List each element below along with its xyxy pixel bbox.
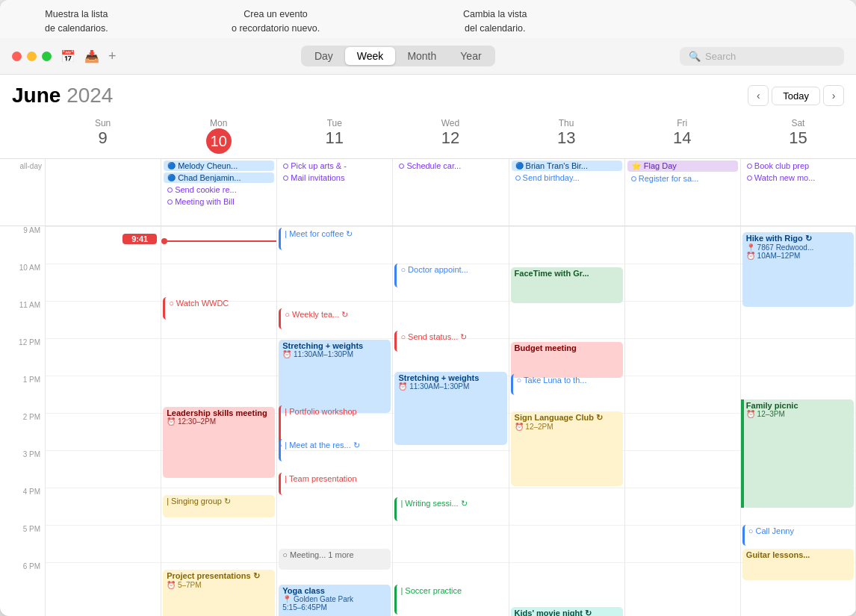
minimize-button[interactable] xyxy=(27,52,37,61)
event-signlang[interactable]: Sign Language Club ↻ ⏰ 12–2PM xyxy=(511,411,623,486)
day-header-fri: Fri14 xyxy=(624,113,740,158)
event-leadership[interactable]: Leadership skills meeting ⏰ 12:30–2PM xyxy=(163,407,275,478)
allday-fri: ⭐ Flag Day Register for sa... xyxy=(624,159,740,225)
nav-arrows: ‹ Today › xyxy=(748,85,844,106)
event-doctor[interactable]: ○ Doctor appoint... xyxy=(394,264,506,287)
allday-event-schedule[interactable]: Schedule car... xyxy=(395,161,506,171)
day-col-wed: ○ Doctor appoint... ○ Send status... ↻ S… xyxy=(392,226,508,616)
calendar-header: June 2024 ‹ Today › xyxy=(0,75,856,113)
current-time-badge: 9:41 xyxy=(122,234,157,244)
event-picnic[interactable]: Family picnic ⏰ 12–3PM xyxy=(742,399,854,508)
allday-event-bday[interactable]: Send birthday... xyxy=(512,172,622,183)
event-weekly-tea[interactable]: ○ Weekly tea... ↻ xyxy=(279,308,391,329)
event-team-pres[interactable]: | Team presentation xyxy=(279,473,391,495)
picnic-bar xyxy=(741,399,744,508)
add-event-button[interactable]: + xyxy=(108,49,117,64)
day-col-thu: FaceTime with Gr... Budget meeting ○ Tak… xyxy=(509,226,624,616)
close-button[interactable] xyxy=(12,52,22,61)
time-line xyxy=(167,240,276,242)
event-meeting-more[interactable]: ○ Meeting... 1 more xyxy=(279,549,391,570)
allday-event-flagday[interactable]: ⭐ Flag Day xyxy=(627,161,738,172)
calendar-title: June 2024 xyxy=(12,84,113,108)
time-label-6: 6 PM xyxy=(23,562,40,570)
day-header-tue: Tue11 xyxy=(276,113,392,158)
allday-event-biran[interactable]: 🔵 Brian Tran's Bir... xyxy=(512,161,622,171)
event-budget[interactable]: Budget meeting xyxy=(511,342,623,378)
view-tabs: Day Week Month Year xyxy=(301,46,495,66)
time-label-12: 12 PM xyxy=(19,338,40,346)
event-guitar[interactable]: Guitar lessons... xyxy=(742,549,854,580)
allday-wed: Schedule car... xyxy=(392,159,508,225)
event-soccer[interactable]: | Soccer practice xyxy=(394,585,506,615)
time-dot xyxy=(161,238,167,244)
annotation-calendars: Muestra la listade calendarios. xyxy=(45,7,108,36)
tab-year[interactable]: Year xyxy=(448,47,493,65)
search-box[interactable]: 🔍 Search xyxy=(680,47,844,66)
event-hike[interactable]: Hike with Rigo ↻ 📍 7867 Redwood... ⏰ 10A… xyxy=(742,232,854,307)
annotation-new-event: Crea un eventoo recordatorio nuevo. xyxy=(232,7,320,36)
allday-sat: Book club prep Watch new mo... xyxy=(740,159,856,225)
event-send-status[interactable]: ○ Send status... ↻ xyxy=(394,331,506,352)
time-label-3: 3 PM xyxy=(23,450,40,458)
allday-thu: 🔵 Brian Tran's Bir... Send birthday... xyxy=(509,159,624,225)
day-header-sat: Sat15 xyxy=(740,113,856,158)
tab-month[interactable]: Month xyxy=(395,47,448,65)
traffic-lights xyxy=(12,52,52,61)
event-stretching-wed[interactable]: Stretching + weights ⏰ 11:30AM–1:30PM xyxy=(394,372,506,445)
allday-label: all-day xyxy=(0,159,45,225)
allday-tue: Pick up arts & - Mail invitations xyxy=(276,159,392,225)
calendar-window: Muestra la listade calendarios. Crea un … xyxy=(0,0,856,616)
day-header-wed: Wed12 xyxy=(392,113,508,158)
event-luna[interactable]: ○ Take Luna to th... xyxy=(511,374,623,395)
allday-event-chad[interactable]: 🔵 Chad Benjamin... xyxy=(164,172,274,183)
day-header-thu: Thu13 xyxy=(509,113,624,158)
day-col-sun xyxy=(45,226,161,616)
allday-event-movie[interactable]: Watch new mo... xyxy=(743,172,854,183)
event-yoga[interactable]: Yoga class 📍 Golden Gate Park 5:15–6:45P… xyxy=(279,585,391,616)
event-singing[interactable]: | Singing group ↻ xyxy=(163,495,275,517)
event-meet-res[interactable]: | Meet at the res... ↻ xyxy=(279,439,391,461)
event-facetime[interactable]: FaceTime with Gr... xyxy=(511,267,623,303)
time-label-10: 10 AM xyxy=(19,264,40,272)
event-call-jenny[interactable]: ○ Call Jenny xyxy=(742,525,854,546)
next-arrow[interactable]: › xyxy=(823,85,844,106)
time-label-11: 11 AM xyxy=(19,301,40,309)
event-coffee[interactable]: | Meet for coffee ↻ xyxy=(279,228,391,250)
allday-event-mail[interactable]: Mail invitations xyxy=(279,172,390,183)
tab-week[interactable]: Week xyxy=(345,47,396,65)
fullscreen-button[interactable] xyxy=(42,52,52,61)
day-header-mon: Mon10 xyxy=(161,113,276,158)
prev-arrow[interactable]: ‹ xyxy=(748,85,769,106)
search-icon: 🔍 xyxy=(689,51,701,62)
time-label-4: 4 PM xyxy=(23,488,40,496)
allday-event-melody[interactable]: 🔵 Melody Cheun... xyxy=(164,161,274,171)
event-kids-movie[interactable]: Kids' movie night ↻ xyxy=(511,607,623,616)
allday-event-bookclub[interactable]: Book club prep xyxy=(743,161,854,171)
time-label-2: 2 PM xyxy=(23,413,40,421)
allday-row: all-day 🔵 Melody Cheun... 🔵 Chad Benjami… xyxy=(0,159,856,226)
allday-mon: 🔵 Melody Cheun... 🔵 Chad Benjamin... Sen… xyxy=(161,159,276,225)
search-placeholder: Search xyxy=(705,51,736,62)
day-headers: Sun9 Mon10 Tue11 Wed12 Thu13 Fri14 Sat15 xyxy=(0,113,856,159)
event-stretching-tue[interactable]: Stretching + weights ⏰ 11:30AM–1:30PM xyxy=(279,340,391,413)
time-label-9: 9 AM xyxy=(23,226,40,234)
inbox-icon[interactable]: 📥 xyxy=(84,49,99,63)
calendar-grid: Sun9 Mon10 Tue11 Wed12 Thu13 Fri14 Sat15… xyxy=(0,113,856,616)
allday-event-register[interactable]: Register for sa... xyxy=(627,173,738,184)
time-label-1: 1 PM xyxy=(23,376,40,384)
allday-event-pickup[interactable]: Pick up arts & - xyxy=(279,161,390,171)
calendar-list-icon[interactable]: 📅 xyxy=(61,49,75,63)
event-watch-wwdc[interactable]: ○ Watch WWDC xyxy=(163,297,275,320)
allday-event-bill[interactable]: Meeting with Bill xyxy=(164,196,274,207)
today-button[interactable]: Today xyxy=(772,87,820,105)
annotation-view: Cambia la vistadel calendario. xyxy=(463,7,527,36)
time-label-5: 5 PM xyxy=(23,525,40,533)
corner-cell xyxy=(0,113,45,158)
event-writing[interactable]: | Writing sessi... ↻ xyxy=(394,497,506,521)
allday-event-cookie[interactable]: Send cookie re... xyxy=(164,184,274,195)
day-col-mon: 9:41 ○ Watch WWDC Leadership skills meet… xyxy=(161,226,276,616)
day-col-tue: | Meet for coffee ↻ ○ Weekly tea... ↻ St… xyxy=(276,226,392,616)
event-project[interactable]: Project presentations ↻ ⏰ 5–7PM xyxy=(163,570,275,616)
tab-day[interactable]: Day xyxy=(303,47,345,65)
day-col-sat: Hike with Rigo ↻ 📍 7867 Redwood... ⏰ 10A… xyxy=(740,226,856,616)
